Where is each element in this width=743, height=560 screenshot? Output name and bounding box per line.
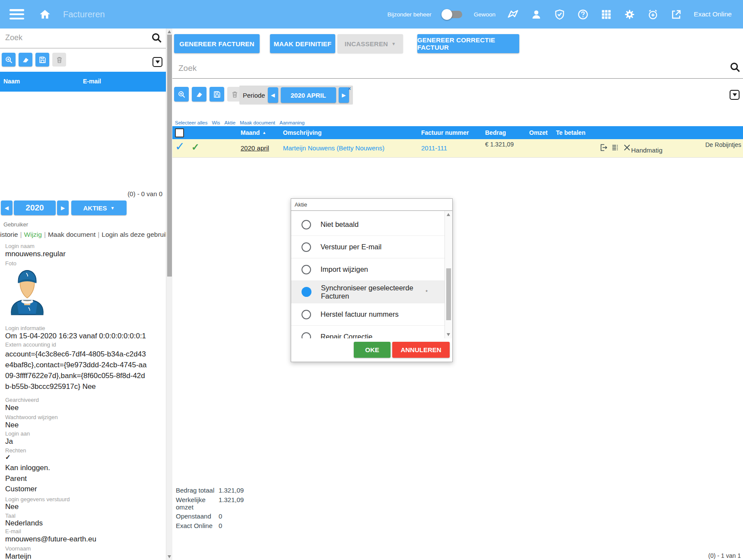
table-row[interactable]: ✓ ✓ 2020 april Marteijn Nouwens (Betty N… <box>172 139 743 158</box>
apps-grid-icon[interactable] <box>600 9 612 20</box>
scroll-down-icon[interactable] <box>168 555 171 558</box>
search-icon[interactable] <box>729 61 741 73</box>
email-label: E-mail <box>5 528 21 535</box>
incasseren-button[interactable]: INCASSEREN ▼ <box>337 34 403 53</box>
main-search-input[interactable] <box>178 59 698 78</box>
row-selected-check-icon[interactable]: ✓ <box>175 140 185 153</box>
link-wijzig[interactable]: Wijzig <box>24 231 42 238</box>
extern-accounting-id-value: account={4c3c8ec6-7df4-4805-b34a-c2d43e4… <box>5 349 149 392</box>
year-next-button[interactable]: ▶ <box>57 200 69 215</box>
header-maand[interactable]: Maand▲ <box>241 129 266 136</box>
genereer-facturen-button[interactable]: GENEREER FACTUREN <box>174 34 260 53</box>
scroll-up-icon[interactable] <box>168 30 171 33</box>
search-icon[interactable] <box>151 32 162 44</box>
sort-asc-icon: ▲ <box>262 130 266 135</box>
pagination-info: (0) - 1 van 1 <box>708 552 741 559</box>
link-login-als[interactable]: Login als deze gebruiker <box>102 231 166 238</box>
modal-scrollbar[interactable] <box>445 211 452 338</box>
header-omschrijving[interactable]: Omschrijving <box>283 129 321 136</box>
maak-definitief-button[interactable]: MAAK DEFINITIEF <box>270 34 335 53</box>
link-selecteer-alles[interactable]: Selecteer alles <box>175 120 207 125</box>
alarm-plus-icon[interactable] <box>647 9 659 20</box>
kan-inloggen-text: Kan inloggen. <box>5 464 50 472</box>
link-aanmaning[interactable]: Aanmaning <box>279 120 305 125</box>
zoom-in-button[interactable] <box>2 53 16 67</box>
scrollbar-thumb[interactable] <box>167 35 172 277</box>
home-icon[interactable] <box>39 8 51 20</box>
export-icon[interactable] <box>599 143 608 152</box>
app-window: Factureren Bijzonder beheer Gewoon Exact… <box>0 0 743 560</box>
login-informatie-value: Om 15-04-2020 16:23 vanaf 0:0:0:0:0:0:0:… <box>5 332 146 340</box>
header-factuur-nummer[interactable]: Factuur nummer <box>421 129 469 136</box>
radio-icon[interactable] <box>302 242 311 252</box>
scroll-down-icon[interactable] <box>447 333 450 336</box>
oke-button[interactable]: OKE <box>354 342 391 358</box>
annuleren-button[interactable]: ANNULEREN <box>392 342 450 358</box>
link-wis[interactable]: Wis <box>212 120 220 125</box>
admin-mode-toggle[interactable] <box>443 11 462 18</box>
column-naam[interactable]: Naam <box>3 78 20 85</box>
header-te-betalen[interactable]: Te betalen <box>556 129 585 136</box>
hamburger-menu-icon[interactable] <box>10 9 24 19</box>
delete-button[interactable] <box>52 53 66 67</box>
periode-close-icon[interactable]: x <box>348 86 351 91</box>
page-title: Factureren <box>63 10 105 19</box>
radio-icon[interactable] <box>302 220 311 229</box>
close-x-icon[interactable] <box>622 143 632 152</box>
main-toolbar <box>174 87 242 102</box>
eraser-button[interactable] <box>19 53 32 67</box>
option-note: * <box>425 289 428 295</box>
header-omzet[interactable]: Omzet <box>529 129 548 136</box>
chevron-left-icon: ◀ <box>5 205 8 211</box>
list-icon[interactable] <box>611 143 620 152</box>
total-value: 1.321,09 <box>219 496 244 511</box>
option-synchroniseer[interactable]: Synchroniseer geselecteerde Facturen * <box>291 281 445 303</box>
year-button[interactable]: 2020 <box>14 200 56 215</box>
periode-prev-button[interactable]: ◀ <box>268 87 278 103</box>
scrollbar-thumb[interactable] <box>446 268 451 320</box>
akties-dropdown-button[interactable]: AKTIES ▼ <box>71 200 127 215</box>
row-maand-link[interactable]: 2020 april <box>241 144 269 152</box>
year-prev-button[interactable]: ◀ <box>1 200 13 215</box>
save-button[interactable] <box>210 87 224 102</box>
shield-check-icon[interactable] <box>554 9 565 20</box>
option-niet-betaald[interactable]: Niet betaald <box>291 213 445 236</box>
radio-icon[interactable] <box>302 265 311 274</box>
radio-selected-icon[interactable] <box>302 287 311 297</box>
option-verstuur-email[interactable]: Verstuur per E-mail <box>291 236 445 258</box>
genereer-correctie-button[interactable]: GENEREER CORRECTIE FACTUUR <box>417 34 519 53</box>
periode-value-button[interactable]: 2020 APRIL <box>281 87 336 103</box>
toggle-knob[interactable] <box>441 9 452 20</box>
main-search-row <box>172 59 743 79</box>
option-label: Niet betaald <box>321 220 359 229</box>
eraser-button[interactable] <box>192 87 206 102</box>
external-link-icon[interactable] <box>670 9 682 20</box>
panel-search-input[interactable] <box>4 29 136 47</box>
select-all-checkbox[interactable] <box>175 128 184 137</box>
ribbon-icon[interactable] <box>507 9 519 20</box>
panel-scrollbar[interactable] <box>166 29 173 560</box>
help-icon[interactable] <box>577 9 589 20</box>
user-icon[interactable] <box>530 9 542 20</box>
link-historie[interactable]: Historie <box>0 231 18 238</box>
radio-icon[interactable] <box>302 332 311 339</box>
foto-label: Foto <box>5 260 16 267</box>
save-button[interactable] <box>35 53 49 67</box>
header-bedrag[interactable]: Bedrag <box>485 129 506 136</box>
row-factuur-link[interactable]: 2011-111 <box>421 144 447 152</box>
panel-filter-icon[interactable] <box>152 57 162 67</box>
option-import-wijzigen[interactable]: Import wijzigen <box>291 258 445 281</box>
settings-gear-icon[interactable] <box>624 9 635 20</box>
link-maak-document[interactable]: Maak document <box>240 120 275 125</box>
row-omschrijving-link[interactable]: Marteijn Nouwens (Betty Nouwens) <box>283 144 384 152</box>
option-herstel-nummers[interactable]: Herstel factuur nummers <box>291 303 445 326</box>
periode-next-button[interactable]: ▶ <box>339 87 349 103</box>
column-email[interactable]: E-mail <box>83 78 101 85</box>
link-aktie[interactable]: Aktie <box>225 120 236 125</box>
main-filter-icon[interactable] <box>730 90 740 100</box>
scroll-up-icon[interactable] <box>447 213 450 216</box>
link-maak-document[interactable]: Maak document <box>48 231 95 238</box>
zoom-in-button[interactable] <box>174 87 189 102</box>
radio-icon[interactable] <box>302 310 311 319</box>
option-repair-correctie[interactable]: Repair Correctie <box>291 326 445 338</box>
